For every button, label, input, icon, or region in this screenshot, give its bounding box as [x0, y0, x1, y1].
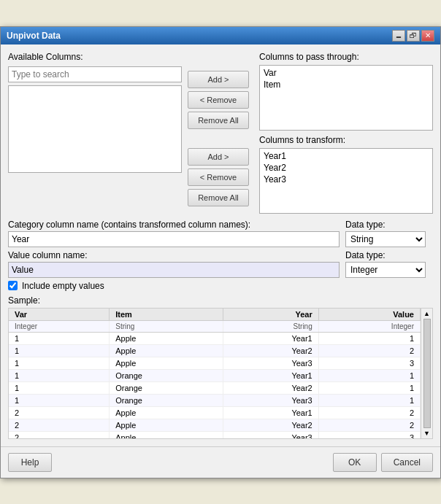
value-col-input[interactable]: [8, 262, 340, 278]
table-cell: Year3: [223, 394, 318, 406]
transform-add-button[interactable]: Add >: [188, 148, 249, 166]
transform-label: Columns to transform:: [259, 135, 433, 145]
pass-through-buttons: Add > < Remove Remove All: [188, 71, 253, 129]
table-cell: 2: [318, 344, 420, 357]
table-cell: 1: [9, 394, 110, 406]
col-subtype-item: String: [110, 320, 223, 332]
table-cell: Year2: [223, 419, 318, 431]
pass-through-section: Columns to pass through: Var Item: [259, 52, 433, 131]
transform-remove-all-button[interactable]: Remove All: [188, 189, 249, 206]
value-dtype-label: Data type:: [345, 250, 433, 260]
ok-button[interactable]: OK: [333, 453, 377, 472]
sample-section: Sample: Var Item Year Value Integer: [8, 295, 433, 439]
table-cell: Apple: [110, 344, 223, 357]
window-title: Unpivot Data: [7, 31, 61, 41]
transform-buttons: Add > < Remove Remove All: [188, 148, 253, 206]
sample-table-wrapper[interactable]: Var Item Year Value Integer String Strin…: [8, 308, 421, 439]
table-cell: Apple: [110, 332, 223, 344]
help-button[interactable]: Help: [8, 453, 52, 472]
table-cell: 1: [9, 357, 110, 369]
transform-remove-button[interactable]: < Remove: [188, 168, 249, 186]
col-header-value: Value: [318, 309, 420, 321]
category-dtype-select[interactable]: String Integer Float Boolean: [345, 231, 426, 247]
pass-remove-button[interactable]: < Remove: [188, 91, 249, 109]
value-col-section: Value column name:: [8, 250, 340, 278]
table-row: 2AppleYear33: [9, 431, 421, 439]
table-cell: Year2: [223, 344, 318, 357]
scrollbar[interactable]: ▲ ▼: [421, 308, 433, 439]
table-cell: 1: [9, 344, 110, 357]
table-cell: 3: [318, 357, 420, 369]
pass-through-list[interactable]: Var Item: [259, 65, 433, 131]
include-empty-label: Include empty values: [22, 281, 104, 291]
table-cell: 2: [318, 419, 420, 431]
scroll-down-icon[interactable]: ▼: [423, 430, 430, 437]
scroll-thumb[interactable]: [423, 319, 431, 428]
value-col-label: Value column name:: [8, 250, 340, 260]
list-item[interactable]: Year1: [261, 150, 431, 162]
col-subtype-year: String: [223, 320, 318, 332]
list-item[interactable]: Year3: [261, 174, 431, 185]
table-cell: 1: [318, 369, 420, 381]
maximize-button[interactable]: 🗗: [407, 30, 420, 42]
search-input[interactable]: [8, 66, 182, 82]
col-subtype-var: Integer: [9, 320, 110, 332]
col-header-var: Var: [9, 309, 110, 321]
table-cell: 1: [318, 394, 420, 406]
category-col-label: Category column name (contains transform…: [8, 220, 340, 230]
pass-remove-all-button[interactable]: Remove All: [188, 112, 249, 129]
category-col-input[interactable]: [8, 231, 340, 247]
list-item[interactable]: Var: [261, 67, 431, 79]
list-item[interactable]: Item: [261, 79, 431, 90]
sample-table-container: Var Item Year Value Integer String Strin…: [8, 308, 433, 439]
table-row: 1AppleYear33: [9, 357, 421, 369]
dialog-content: Available Columns: Add > < Remove Remove…: [1, 44, 440, 446]
table-row: 2AppleYear12: [9, 406, 421, 419]
transform-list[interactable]: Year1 Year2 Year3: [259, 148, 433, 214]
category-col-section: Category column name (contains transform…: [8, 220, 340, 247]
table-cell: Year1: [223, 406, 318, 419]
table-cell: Apple: [110, 419, 223, 431]
scroll-up-icon[interactable]: ▲: [423, 310, 430, 317]
transform-section: Columns to transform: Year1 Year2 Year3: [259, 135, 433, 214]
main-layout: Available Columns: Add > < Remove Remove…: [8, 52, 433, 214]
table-row: 1OrangeYear31: [9, 394, 421, 406]
col-header-item: Item: [110, 309, 223, 321]
col-header-year: Year: [223, 309, 318, 321]
table-cell: 1: [318, 381, 420, 394]
table-row: 1OrangeYear11: [9, 369, 421, 381]
table-cell: 2: [9, 406, 110, 419]
minimize-button[interactable]: 🗕: [392, 30, 405, 42]
available-columns-panel: Available Columns:: [8, 52, 182, 214]
list-item[interactable]: Year2: [261, 162, 431, 174]
close-button[interactable]: ✕: [421, 30, 434, 42]
footer: Help OK Cancel: [1, 446, 440, 478]
cancel-button[interactable]: Cancel: [381, 453, 433, 472]
table-cell: 2: [9, 419, 110, 431]
value-dtype-section: Data type: String Integer Float Boolean: [345, 250, 433, 278]
table-cell: 3: [318, 431, 420, 439]
table-cell: Year1: [223, 332, 318, 344]
available-columns-list[interactable]: [8, 85, 182, 173]
sample-table: Var Item Year Value Integer String Strin…: [9, 309, 421, 439]
table-cell: Orange: [110, 381, 223, 394]
table-cell: 1: [9, 369, 110, 381]
title-bar: Unpivot Data 🗕 🗗 ✕: [1, 27, 440, 44]
table-cell: Orange: [110, 369, 223, 381]
table-cell: Year3: [223, 357, 318, 369]
table-cell: Apple: [110, 406, 223, 419]
include-empty-row: Include empty values: [8, 281, 433, 291]
pass-add-button[interactable]: Add >: [188, 71, 249, 88]
table-cell: 1: [9, 381, 110, 394]
footer-right-buttons: OK Cancel: [333, 453, 433, 472]
include-empty-checkbox[interactable]: [8, 281, 18, 290]
right-lists-panel: Columns to pass through: Var Item Column…: [259, 52, 433, 214]
middle-buttons-panel: Add > < Remove Remove All Add > < Remove…: [188, 52, 253, 214]
table-row: 2AppleYear22: [9, 419, 421, 431]
table-cell: 1: [9, 332, 110, 344]
table-cell: Apple: [110, 431, 223, 439]
category-dtype-section: Data type: String Integer Float Boolean: [345, 220, 433, 247]
main-window: Unpivot Data 🗕 🗗 ✕ Available Columns: A: [0, 26, 441, 478]
table-cell: 2: [9, 431, 110, 439]
value-dtype-select[interactable]: String Integer Float Boolean: [345, 262, 426, 278]
